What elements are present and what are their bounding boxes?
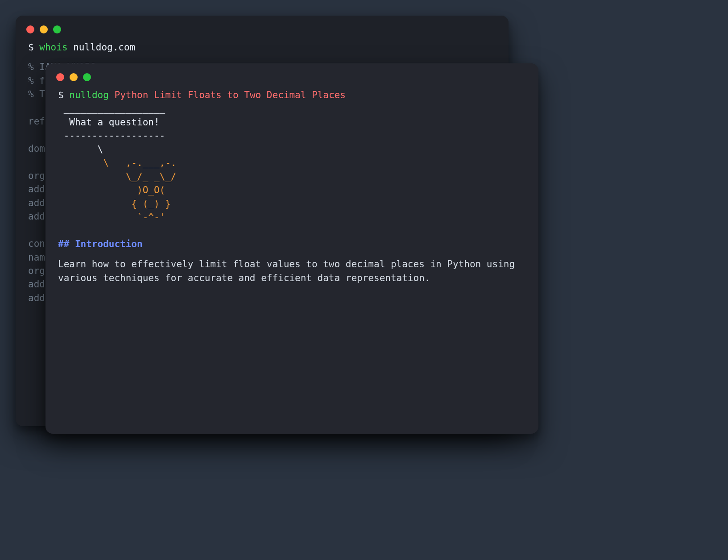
terminal-output-front: $ nulldog Python Limit Floats to Two Dec… [46, 81, 538, 298]
maximize-icon[interactable] [53, 25, 61, 33]
traffic-lights-front [46, 63, 538, 81]
terminal-window-front: $ nulldog Python Limit Floats to Two Dec… [46, 63, 538, 434]
minimize-icon[interactable] [40, 25, 48, 33]
speech-bubble-text: What a question! [58, 116, 526, 129]
prompt-line-front: $ nulldog Python Limit Floats to Two Dec… [58, 88, 526, 102]
speech-bubble-top: __________________ [58, 102, 526, 115]
intro-paragraph: Learn how to effectively limit float val… [58, 257, 526, 286]
prompt-symbol: $ [58, 90, 64, 100]
speech-bubble-bot: ------------------ [58, 129, 526, 142]
traffic-lights-back [16, 16, 509, 33]
cowsay-tail-icon: \ [58, 143, 526, 156]
maximize-icon[interactable] [83, 73, 91, 81]
section-heading: ## Introduction [58, 237, 526, 251]
close-icon[interactable] [26, 25, 34, 33]
dog-ascii-icon: \_/_ _\_/ [58, 170, 526, 183]
command-arg: nulldog.com [73, 42, 135, 53]
prompt-line-back: $ whois nulldog.com [28, 41, 496, 54]
minimize-icon[interactable] [70, 73, 78, 81]
command-arg: Python Limit Floats to Two Decimal Place… [114, 90, 345, 100]
dog-ascii-icon: { (_) } [58, 197, 526, 211]
prompt-symbol: $ [28, 42, 34, 53]
command-name: nulldog [69, 90, 109, 100]
dog-ascii-icon: )O_O( [58, 183, 526, 197]
close-icon[interactable] [56, 73, 64, 81]
dog-ascii-icon: `-^-' [58, 211, 526, 224]
command-name: whois [39, 42, 67, 53]
dog-ascii-icon: \ ,-.___,-. [58, 156, 526, 170]
